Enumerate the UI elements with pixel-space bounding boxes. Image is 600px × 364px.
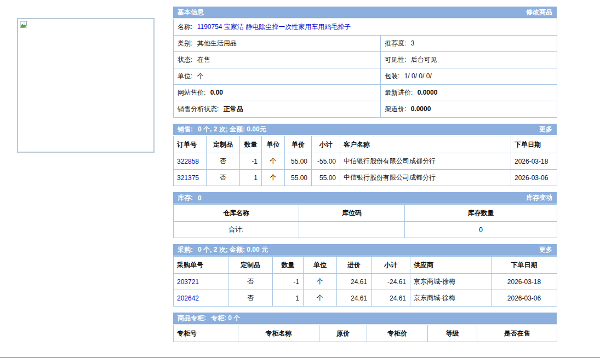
basic-info-header-band: 基本信息 修改商品 <box>173 7 557 18</box>
unit-cell: 个 <box>262 153 285 170</box>
col-qty: 数量 <box>273 257 304 274</box>
col-qty: 数量 <box>240 136 262 153</box>
stock-qty-cell: 0 <box>405 222 557 238</box>
product-name-link[interactable]: 1190754 宝家洁 静电除尘掸一次性家用车用鸡毛掸子 <box>197 23 351 31</box>
col-cost: 进价 <box>337 257 372 274</box>
purchase-table: 采购单号 定制品 数量 单位 进价 小计 供应商 下单日期 203721 否 -… <box>173 256 557 307</box>
counter-header-band: 商品专柜: 专柜: 0 个 <box>173 313 557 324</box>
col-subtotal: 小计 <box>312 136 340 153</box>
order-no-cell: 322858 <box>174 153 207 170</box>
inventory-panel: 库存: 0 库存变动 仓库名称 库位码 库存数量 合计: 0 <box>173 192 557 238</box>
product-name-cell: 名称: 1190754 宝家洁 静电除尘掸一次性家用车用鸡毛掸子 <box>174 19 557 36</box>
sales-header-row: 订单号 定制品 数量 单位 单价 小计 客户名称 下单日期 <box>174 136 557 153</box>
category-value: 其他生活用品 <box>197 39 237 47</box>
table-row: 名称: 1190754 宝家洁 静电除尘掸一次性家用车用鸡毛掸子 <box>174 19 557 36</box>
po-link[interactable]: 202642 <box>177 294 199 302</box>
unit-cell: 个 <box>262 170 285 186</box>
col-counter-price: 专柜价 <box>367 325 428 342</box>
sales-title: 销售: <box>178 125 193 134</box>
qty-cell: -1 <box>240 153 262 170</box>
customer-cell: 中信银行股份有限公司成都分行 <box>340 153 511 170</box>
detail-panels: 基本信息 修改商品 名称: 1190754 宝家洁 静电除尘掸一次性家用车用鸡毛… <box>173 7 557 348</box>
visibility-value: 后台可见 <box>411 56 437 63</box>
inventory-summary: 0 <box>198 194 202 202</box>
site-price-cell: 网站售价: 0.00 <box>174 85 381 101</box>
col-on-sale: 是否在售 <box>477 325 557 342</box>
purchase-title: 采购: <box>178 245 193 255</box>
col-unit: 单位 <box>262 136 285 153</box>
product-image-box <box>17 18 155 153</box>
table-row: 网站售价: 0.00 最新进价: 0.0000 <box>174 85 557 101</box>
table-row: 状态: 在售 可见性: 后台可见 <box>174 52 557 68</box>
subtotal-cell: 24.61 <box>372 290 410 307</box>
col-order-date: 下单日期 <box>511 136 557 153</box>
col-price: 单价 <box>285 136 312 153</box>
sales-summary: 0 个, 2 次; 金额: 0.00元 <box>198 125 266 134</box>
col-warehouse: 仓库名称 <box>174 205 299 222</box>
po-no-cell: 202642 <box>174 290 228 307</box>
name-label: 名称: <box>178 23 192 31</box>
table-row: 321375 否 1 个 55.00 55.00 中信银行股份有限公司成都分行 … <box>174 170 557 186</box>
po-no-cell: 203721 <box>174 274 228 290</box>
location-cell <box>299 222 405 238</box>
site-price-value: 0.00 <box>210 89 223 96</box>
recommend-value: 3 <box>411 39 415 47</box>
subtotal-cell: -55.00 <box>312 153 340 170</box>
edit-product-link[interactable]: 修改商品 <box>526 8 552 17</box>
counter-panel: 商品专柜: 专柜: 0 个 专柜号 专柜名称 原价 专柜价 等级 是否在售 <box>173 313 557 342</box>
inventory-changes-link[interactable]: 库存变动 <box>526 193 552 203</box>
unit-cell: 单位: 个 <box>174 68 381 85</box>
channel-price-cell: 渠道价: 0.0000 <box>381 101 557 118</box>
price-cell: 55.00 <box>285 170 312 186</box>
channel-price-value: 0.0000 <box>411 105 431 113</box>
status-cell: 状态: 在售 <box>174 52 381 68</box>
counter-table: 专柜号 专柜名称 原价 专柜价 等级 是否在售 <box>173 325 557 342</box>
subtotal-cell: -24.61 <box>372 274 410 290</box>
order-date-cell: 2026-03-18 <box>492 274 557 290</box>
col-original-price: 原价 <box>319 325 367 342</box>
order-link[interactable]: 321375 <box>177 174 199 182</box>
sales-analysis-cell: 销售分析状态: 正常品 <box>174 101 381 118</box>
unit-label: 单位: <box>178 72 192 80</box>
col-counter-name: 专柜名称 <box>238 325 319 342</box>
counter-title: 商品专柜: <box>178 314 206 323</box>
latest-cost-value: 0.0000 <box>418 89 438 96</box>
order-link[interactable]: 322858 <box>177 158 199 165</box>
sales-header-band: 销售: 0 个, 2 次; 金额: 0.00元 更多 <box>173 124 557 135</box>
col-counter-no: 专柜号 <box>174 325 238 342</box>
table-row: 类别: 其他生活用品 推荐度: 3 <box>174 36 557 52</box>
price-cell: 55.00 <box>285 153 312 170</box>
cost-cell: 24.61 <box>337 290 372 307</box>
sales-analysis-label: 销售分析状态: <box>178 105 219 113</box>
custom-cell: 否 <box>228 290 273 307</box>
qty-cell: -1 <box>273 274 304 290</box>
supplier-cell: 京东商城-徐梅 <box>410 290 492 307</box>
visibility-cell: 可见性: 后台可见 <box>381 52 557 68</box>
sales-more-link[interactable]: 更多 <box>539 125 552 134</box>
custom-cell: 否 <box>207 170 240 186</box>
cost-cell: 24.61 <box>337 274 372 290</box>
custom-cell: 否 <box>207 153 240 170</box>
table-row: 合计: 0 <box>174 222 557 238</box>
order-no-cell: 321375 <box>174 170 207 186</box>
counter-header-row: 专柜号 专柜名称 原价 专柜价 等级 是否在售 <box>174 325 557 342</box>
broken-image-icon <box>20 21 27 28</box>
col-location-code: 库位码 <box>299 205 405 222</box>
recommend-label: 推荐度: <box>385 39 406 47</box>
qty-cell: 1 <box>273 290 304 307</box>
table-row: 203721 否 -1 个 24.61 -24.61 京东商城-徐梅 2026-… <box>174 274 557 290</box>
custom-cell: 否 <box>228 274 273 290</box>
sales-table: 订单号 定制品 数量 单位 单价 小计 客户名称 下单日期 322858 否 -… <box>173 136 557 186</box>
basic-info-title: 基本信息 <box>178 8 204 17</box>
category-cell: 类别: 其他生活用品 <box>174 36 381 52</box>
table-row: 销售分析状态: 正常品 渠道价: 0.0000 <box>174 101 557 118</box>
po-link[interactable]: 203721 <box>177 278 199 286</box>
purchase-more-link[interactable]: 更多 <box>539 245 552 255</box>
qty-cell: 1 <box>240 170 262 186</box>
inventory-header-band: 库存: 0 库存变动 <box>173 192 557 204</box>
col-grade: 等级 <box>428 325 477 342</box>
category-label: 类别: <box>178 39 192 47</box>
order-date-cell: 2026-03-18 <box>511 153 557 170</box>
customer-cell: 中信银行股份有限公司成都分行 <box>340 170 511 186</box>
site-price-label: 网站售价: <box>178 89 205 96</box>
